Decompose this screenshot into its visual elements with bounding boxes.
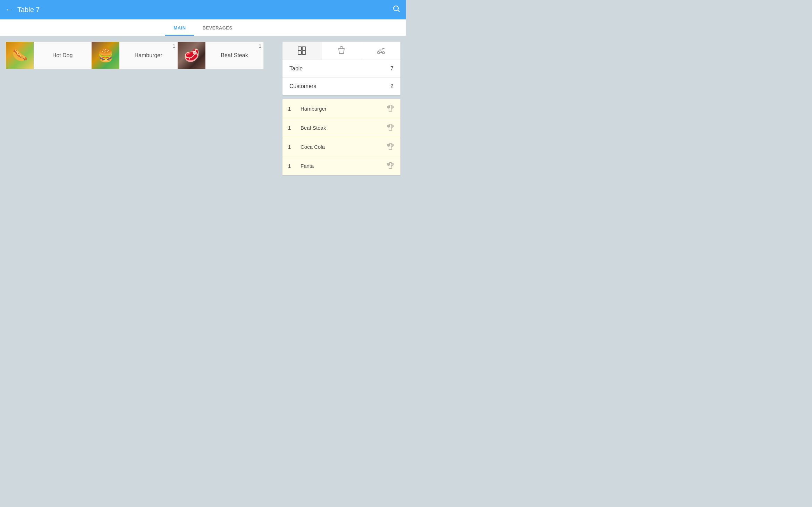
order-item-name-4: Fanta bbox=[295, 163, 386, 169]
icon-toolbar bbox=[282, 42, 400, 60]
table-grid-icon bbox=[297, 46, 307, 55]
chef-hat-icon-1 bbox=[386, 104, 395, 113]
order-item-qty-3: 1 bbox=[288, 144, 295, 150]
back-button[interactable]: ← bbox=[6, 5, 13, 14]
table-view-button[interactable] bbox=[282, 42, 322, 60]
tabs-bar: MAIN BEVERAGES bbox=[0, 19, 406, 36]
hotdog-label: Hot Dog bbox=[34, 52, 91, 59]
svg-line-1 bbox=[398, 10, 399, 12]
table-info-row: Table 7 bbox=[282, 60, 400, 78]
order-item-coca-cola: 1 Coca Cola bbox=[282, 137, 400, 156]
chef-hat-icon-4 bbox=[386, 161, 395, 170]
header-left: ← Table 7 bbox=[6, 5, 40, 14]
table-value: 7 bbox=[390, 66, 394, 72]
svg-rect-3 bbox=[302, 47, 306, 50]
svg-rect-5 bbox=[302, 51, 306, 54]
hamburger-label: Hamburger bbox=[119, 52, 177, 59]
tab-beverages[interactable]: BEVERAGES bbox=[194, 21, 241, 36]
right-panel: Table 7 Customers 2 1 Hamburger bbox=[282, 42, 400, 248]
order-item-name-1: Hamburger bbox=[295, 106, 386, 112]
page-title: Table 7 bbox=[17, 6, 40, 14]
hamburger-badge: 1 bbox=[173, 43, 175, 49]
customers-label: Customers bbox=[289, 83, 316, 89]
summary-card: Table 7 Customers 2 bbox=[282, 42, 400, 95]
order-item-hamburger: 1 Hamburger bbox=[282, 99, 400, 118]
order-item-qty-2: 1 bbox=[288, 125, 295, 131]
table-label: Table bbox=[289, 66, 303, 72]
content-area: 🌭 Hot Dog 🍔 Hamburger 1 🥩 Beaf Steak 1 bbox=[0, 36, 406, 254]
steak-badge: 1 bbox=[259, 43, 261, 49]
customers-info-row: Customers 2 bbox=[282, 78, 400, 95]
app-header: ← Table 7 bbox=[0, 0, 406, 19]
menu-item-hamburger[interactable]: 🍔 Hamburger 1 bbox=[92, 42, 178, 69]
bag-icon bbox=[337, 46, 346, 55]
tab-main[interactable]: MAIN bbox=[165, 21, 194, 36]
order-item-name-3: Coca Cola bbox=[295, 144, 386, 150]
bag-view-button[interactable] bbox=[322, 42, 362, 60]
svg-point-7 bbox=[382, 52, 384, 54]
menu-items-list: 🌭 Hot Dog 🍔 Hamburger 1 🥩 Beaf Steak 1 bbox=[6, 42, 277, 248]
delivery-view-button[interactable] bbox=[361, 42, 400, 60]
svg-rect-2 bbox=[298, 47, 302, 50]
hotdog-image: 🌭 bbox=[6, 42, 34, 69]
svg-rect-4 bbox=[298, 51, 302, 54]
steak-label: Beaf Steak bbox=[205, 52, 263, 59]
steak-image: 🥩 bbox=[178, 42, 205, 69]
order-item-qty-1: 1 bbox=[288, 106, 295, 112]
chef-hat-icon-3 bbox=[386, 142, 395, 151]
order-item-fanta: 1 Fanta bbox=[282, 156, 400, 175]
order-item-beaf-steak: 1 Beaf Steak bbox=[282, 118, 400, 137]
customers-value: 2 bbox=[390, 83, 394, 89]
search-icon[interactable] bbox=[392, 5, 400, 15]
order-list-card: 1 Hamburger 1 Beaf Steak bbox=[282, 99, 400, 175]
chef-hat-icon-2 bbox=[386, 123, 395, 132]
menu-item-hotdog[interactable]: 🌭 Hot Dog bbox=[6, 42, 92, 69]
order-item-qty-4: 1 bbox=[288, 163, 295, 169]
svg-point-0 bbox=[394, 6, 398, 11]
order-item-name-2: Beaf Steak bbox=[295, 125, 386, 131]
svg-point-6 bbox=[378, 52, 380, 54]
scooter-icon bbox=[376, 46, 386, 55]
hamburger-image: 🍔 bbox=[92, 42, 119, 69]
menu-item-beaf-steak[interactable]: 🥩 Beaf Steak 1 bbox=[178, 42, 264, 69]
